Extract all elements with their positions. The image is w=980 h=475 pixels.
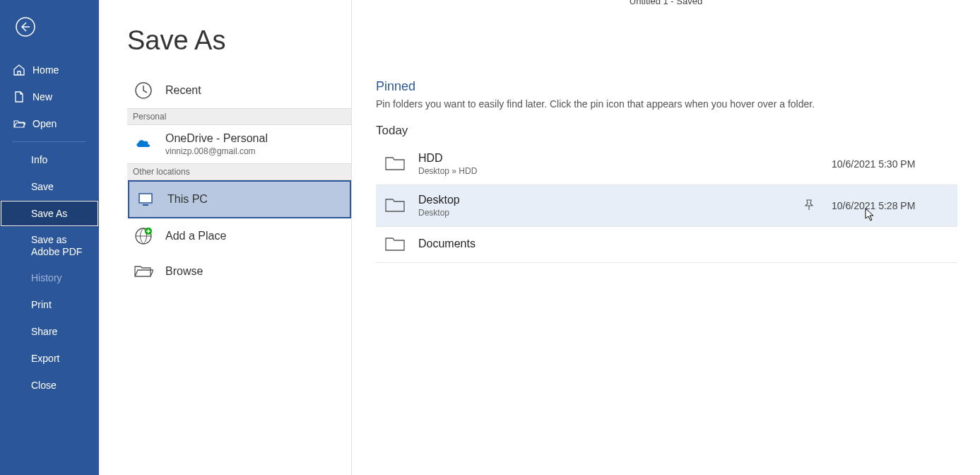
pin-icon[interactable] [803,199,816,212]
sidebar-item-share[interactable]: Share [0,319,99,346]
sidebar-label: Open [33,118,57,130]
folder-name: Desktop [418,194,803,206]
sidebar-item-info[interactable]: Info [0,146,99,173]
sidebar-label: Close [31,380,57,392]
folder-icon [384,155,406,173]
location-browse[interactable]: Browse [127,254,351,289]
location-label: This PC [167,193,208,206]
folder-date: 10/6/2021 5:28 PM [832,200,945,211]
folder-open-icon [133,261,154,282]
onedrive-label: OneDrive - Personal [165,132,268,145]
clock-icon [133,80,154,101]
back-arrow-icon [15,16,36,37]
sidebar-item-close[interactable]: Close [0,373,99,399]
pinned-heading: Pinned [376,79,957,94]
backstage-sidebar: Home New Open Info Save Save As Save as … [0,0,99,475]
location-onedrive[interactable]: OneDrive - Personal vinnizp.008@gmail.co… [127,125,351,163]
folder-path: Desktop [418,208,803,218]
today-heading: Today [376,124,957,138]
sidebar-label: History [31,272,62,284]
sidebar-divider [13,141,86,142]
sidebar-item-save-as-adobe-pdf[interactable]: Save as Adobe PDF [0,227,99,265]
folder-icon [384,235,406,254]
sidebar-label: Save as Adobe PDF [31,234,86,258]
sidebar-label: Save [31,181,54,193]
locations-panel: Save As Recent Personal OneDrive - Perso… [99,0,352,475]
back-button[interactable] [11,13,40,41]
svg-rect-3 [143,204,148,206]
section-other-locations: Other locations [127,163,351,180]
sidebar-label: Share [31,326,57,338]
computer-icon [135,189,156,210]
new-icon [13,90,25,103]
svg-rect-2 [139,194,152,203]
window-title: Untitled 1 - Saved [352,0,980,6]
sidebar-label: Home [33,64,59,76]
folder-panel: Untitled 1 - Saved Pinned Pin folders yo… [352,0,980,475]
folder-date: 10/6/2021 5:30 PM [832,158,945,170]
folder-name: HDD [418,152,803,165]
sidebar-item-save[interactable]: Save [0,173,99,200]
folder-row-hdd[interactable]: HDD Desktop » HDD 10/6/2021 5:30 PM [376,143,957,185]
pinned-hint: Pin folders you want to easily find late… [376,98,957,110]
onedrive-icon [133,134,154,155]
page-title: Save As [127,25,351,56]
sidebar-item-new[interactable]: New [0,83,99,110]
section-personal: Personal [127,108,351,125]
location-this-pc[interactable]: This PC [128,180,351,218]
add-place-icon [133,225,154,247]
folder-path: Desktop » HDD [418,166,803,176]
sidebar-item-export[interactable]: Export [0,346,99,373]
folder-row-documents[interactable]: Documents [376,227,957,263]
folder-icon [384,197,406,215]
sidebar-item-history: History [0,265,99,292]
sidebar-item-print[interactable]: Print [0,292,99,319]
folder-row-desktop[interactable]: Desktop Desktop 10/6/2021 5:28 PM [376,185,957,227]
sidebar-label: New [33,91,52,103]
location-add-place[interactable]: Add a Place [127,218,351,254]
location-label: Browse [165,265,203,278]
folder-name: Documents [418,238,803,250]
sidebar-label: Print [31,299,52,311]
sidebar-label: Save As [31,208,67,220]
sidebar-item-save-as[interactable]: Save As [0,200,99,227]
location-recent[interactable]: Recent [127,73,351,108]
open-icon [13,117,25,130]
location-label: Recent [165,84,201,97]
sidebar-item-open[interactable]: Open [0,110,99,137]
location-label: Add a Place [165,230,226,242]
home-icon [13,64,25,76]
sidebar-item-home[interactable]: Home [0,57,99,83]
sidebar-label: Info [31,154,47,166]
onedrive-email: vinnizp.008@gmail.com [165,146,268,156]
sidebar-label: Export [31,353,59,365]
